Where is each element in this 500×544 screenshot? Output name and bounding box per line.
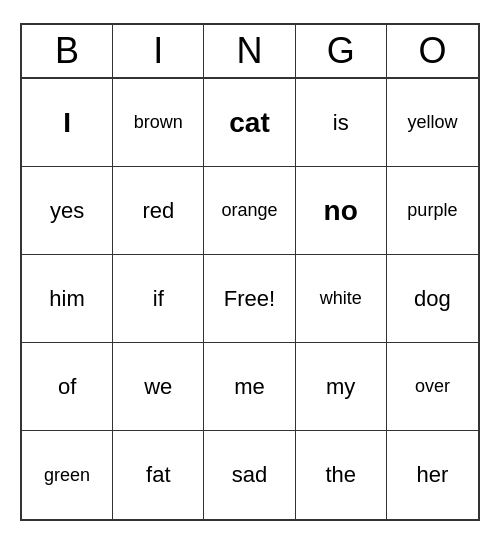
bingo-header: BINGO [22,25,478,79]
cell-r0-c3: is [296,79,387,167]
cell-r2-c2: Free! [204,255,295,343]
cell-r1-c1: red [113,167,204,255]
cell-r0-c4: yellow [387,79,478,167]
cell-r4-c3: the [296,431,387,519]
cell-r0-c1: brown [113,79,204,167]
cell-r2-c1: if [113,255,204,343]
cell-r1-c4: purple [387,167,478,255]
cell-r3-c4: over [387,343,478,431]
cell-r0-c0: I [22,79,113,167]
cell-r1-c2: orange [204,167,295,255]
cell-r2-c3: white [296,255,387,343]
cell-r4-c2: sad [204,431,295,519]
cell-r3-c3: my [296,343,387,431]
cell-r2-c4: dog [387,255,478,343]
cell-r3-c2: me [204,343,295,431]
cell-r2-c0: him [22,255,113,343]
cell-r4-c4: her [387,431,478,519]
bingo-grid: Ibrowncatisyellowyesredorangenopurplehim… [22,79,478,519]
header-letter-i: I [113,25,204,77]
header-letter-b: B [22,25,113,77]
cell-r0-c2: cat [204,79,295,167]
cell-r4-c1: fat [113,431,204,519]
cell-r3-c1: we [113,343,204,431]
header-letter-n: N [204,25,295,77]
cell-r1-c3: no [296,167,387,255]
header-letter-g: G [296,25,387,77]
cell-r4-c0: green [22,431,113,519]
cell-r3-c0: of [22,343,113,431]
header-letter-o: O [387,25,478,77]
cell-r1-c0: yes [22,167,113,255]
bingo-card: BINGO Ibrowncatisyellowyesredorangenopur… [20,23,480,521]
